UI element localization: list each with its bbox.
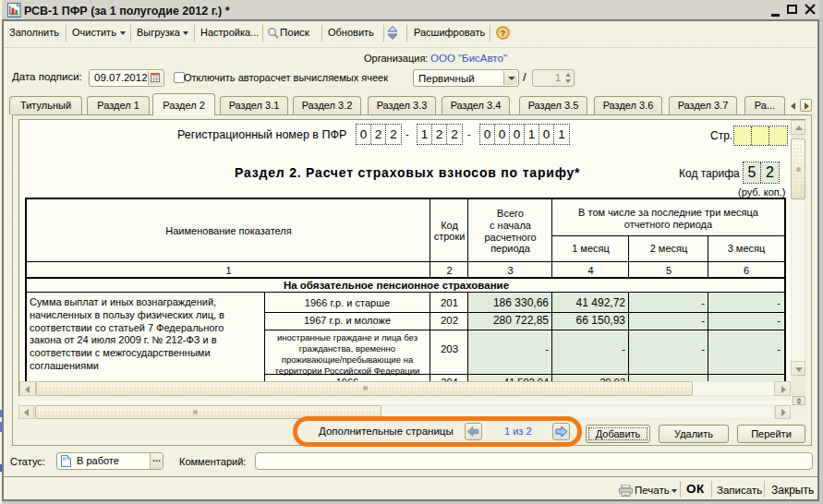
svg-text:?: ? [501,28,506,38]
